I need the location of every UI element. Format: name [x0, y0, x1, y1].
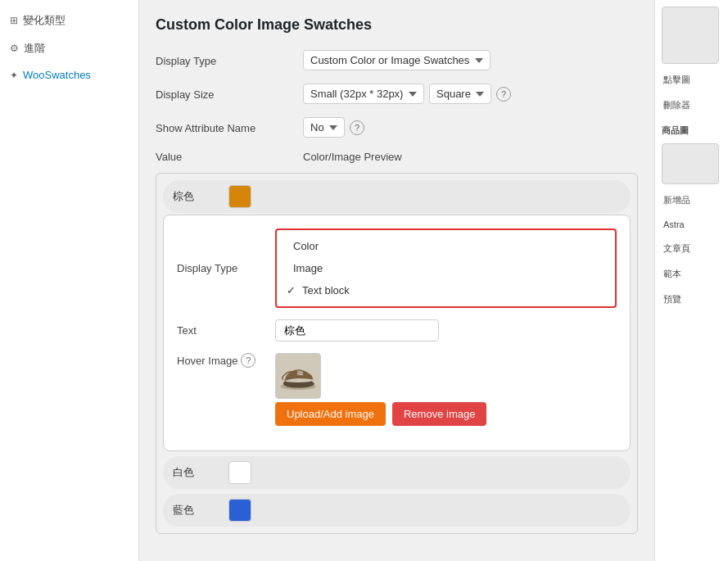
display-size-select[interactable]: Small (32px * 32px) — [303, 84, 424, 104]
sidebar-item-advanced[interactable]: ⚙ 進階 — [0, 34, 138, 62]
swatch-brown-header[interactable]: 棕色 — [163, 180, 631, 213]
right-click-item[interactable]: 點擊圖 — [662, 70, 721, 89]
detail-hover-image-row: Hover Image ? — [177, 353, 617, 426]
detail-text-row: Text — [177, 319, 617, 342]
right-delete-item[interactable]: 刪除器 — [662, 96, 721, 115]
detail-text-control — [275, 319, 617, 342]
right-sample-item[interactable]: 範本 — [662, 265, 721, 283]
right-add-new-item[interactable]: 新增品 — [662, 191, 721, 210]
right-product-image-2 — [662, 143, 719, 184]
swatch-white-color — [228, 461, 251, 484]
swatch-white-header[interactable]: 白色 — [163, 456, 631, 489]
color-preview-col-label: Color/Image Preview — [303, 151, 402, 163]
show-attr-control: No ? — [303, 117, 638, 138]
image-button-group: Upload/Add image Remove image — [275, 402, 617, 426]
show-attr-label: Show Attribute Name — [156, 117, 303, 134]
sidebar-item-label-variants: 變化類型 — [23, 13, 66, 28]
sidebar-item-variants[interactable]: ⊞ 變化類型 — [0, 7, 138, 34]
show-attr-select-wrapper: No ? — [303, 117, 364, 138]
dropdown-item-text-block[interactable]: Text block — [277, 279, 615, 301]
right-section-product: 商品圖 — [662, 124, 721, 137]
right-article-item[interactable]: 文章頁 — [662, 239, 721, 258]
dropdown-item-color[interactable]: Color — [277, 235, 615, 257]
wooswatches-icon: ✦ — [10, 70, 18, 81]
sidebar-item-label-wooswatches: WooSwatches — [23, 69, 91, 81]
right-preview-item[interactable]: 預覽 — [662, 290, 721, 309]
dropdown-text-block-label: Text block — [302, 284, 350, 296]
display-type-select-wrapper: Custom Color or Image Swatches — [303, 50, 491, 70]
detail-hover-image-label: Hover Image ? — [177, 353, 275, 368]
swatch-brown-label: 棕色 — [173, 189, 222, 204]
gear-icon: ⚙ — [10, 43, 19, 54]
swatch-brown-detail: Display Type Color Image — [163, 215, 631, 451]
swatch-brown-color — [228, 185, 251, 208]
main-content: Custom Color Image Swatches Display Type… — [139, 0, 728, 561]
sidebar-item-label-advanced: 進階 — [24, 41, 45, 56]
sidebar-item-wooswatches[interactable]: ✦ WooSwatches — [0, 62, 138, 88]
display-type-row: Display Type Custom Color or Image Swatc… — [156, 50, 638, 70]
swatches-container: 棕色 Display Type Color — [156, 173, 638, 534]
display-type-select[interactable]: Custom Color or Image Swatches — [303, 50, 491, 70]
display-type-label: Display Type — [156, 50, 303, 67]
show-attr-row: Show Attribute Name No ? — [156, 117, 638, 138]
shoe-image — [278, 360, 319, 392]
right-astra-item[interactable]: Astra — [662, 216, 721, 233]
display-size-label: Display Size — [156, 84, 303, 101]
display-type-control: Custom Color or Image Swatches — [303, 50, 638, 70]
detail-hover-image-control: Upload/Add image Remove image — [275, 353, 617, 426]
detail-text-input[interactable] — [275, 319, 439, 342]
variants-icon: ⊞ — [10, 15, 18, 26]
display-size-select-wrapper: Small (32px * 32px) Square ? — [303, 84, 511, 104]
display-type-dropdown-open[interactable]: Color Image Text block — [275, 228, 617, 308]
detail-display-type-row: Display Type Color Image — [177, 228, 617, 308]
swatch-blue-label: 藍色 — [173, 503, 222, 518]
swatch-blue-color — [228, 499, 251, 522]
dropdown-image-label: Image — [293, 262, 323, 274]
detail-display-type-control: Color Image Text block — [275, 228, 617, 308]
display-size-row: Display Size Small (32px * 32px) Square … — [156, 84, 638, 104]
show-attr-help-icon[interactable]: ? — [350, 120, 364, 135]
sidebar: ⊞ 變化類型 ⚙ 進階 ✦ WooSwatches — [0, 0, 139, 561]
page-title: Custom Color Image Swatches — [156, 16, 638, 34]
show-attr-select[interactable]: No — [303, 117, 345, 138]
center-panel: Custom Color Image Swatches Display Type… — [139, 0, 654, 561]
value-header-row: Value Color/Image Preview — [156, 151, 638, 163]
remove-image-button[interactable]: Remove image — [392, 402, 486, 426]
value-col-label: Value — [156, 151, 303, 163]
swatch-white-label: 白色 — [173, 465, 222, 480]
dropdown-color-label: Color — [293, 240, 319, 252]
detail-display-type-label: Display Type — [177, 262, 275, 274]
display-size-help-icon[interactable]: ? — [496, 87, 511, 102]
shoe-thumbnail — [275, 353, 321, 399]
detail-text-label: Text — [177, 324, 275, 337]
swatch-blue-header[interactable]: 藍色 — [163, 494, 631, 527]
upload-add-image-button[interactable]: Upload/Add image — [275, 402, 386, 426]
dropdown-item-image[interactable]: Image — [277, 257, 615, 279]
display-shape-select[interactable]: Square — [429, 84, 491, 104]
display-size-control: Small (32px * 32px) Square ? — [303, 84, 638, 104]
right-sidebar: 點擊圖 刪除器 商品圖 新增品 Astra 文章頁 範本 預覽 — [654, 0, 728, 561]
hover-image-help-icon[interactable]: ? — [241, 353, 255, 368]
swatch-brown-row: 棕色 Display Type Color — [163, 180, 631, 451]
right-product-image — [662, 7, 719, 64]
